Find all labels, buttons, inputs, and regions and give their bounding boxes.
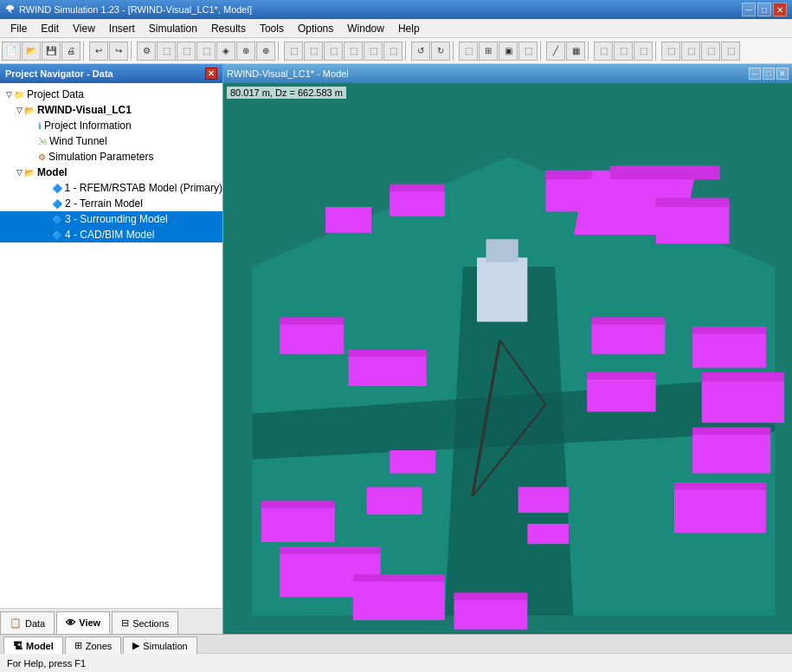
- expand-icon: ▽: [3, 90, 14, 99]
- tb29[interactable]: ⬚: [701, 42, 720, 61]
- tb6[interactable]: ⬚: [196, 42, 216, 61]
- save-button[interactable]: 💾: [42, 42, 61, 61]
- sep8: [655, 42, 659, 61]
- menu-edit[interactable]: Edit: [34, 21, 66, 36]
- svg-rect-12: [280, 322, 344, 354]
- close-button[interactable]: ✕: [773, 3, 787, 16]
- tb14[interactable]: ⬚: [364, 42, 383, 61]
- tb23[interactable]: ▦: [566, 42, 585, 61]
- svg-rect-9: [656, 198, 730, 208]
- inner-minimize[interactable]: ─: [749, 68, 761, 80]
- status-tab-simulation[interactable]: ▶ Simulation: [123, 636, 196, 654]
- new-button[interactable]: 📄: [2, 42, 21, 61]
- svg-rect-6: [545, 175, 591, 211]
- tree-model[interactable]: ▽ 📂 Model: [0, 165, 222, 180]
- tb13[interactable]: ⬚: [344, 42, 363, 61]
- svg-rect-34: [349, 349, 427, 356]
- tb17[interactable]: ↻: [431, 42, 450, 61]
- tree-project-name[interactable]: ▽ 📂 RWIND-Visual_LC1: [0, 102, 222, 118]
- svg-rect-10: [477, 257, 527, 321]
- menu-file[interactable]: File: [3, 21, 34, 36]
- tab-data[interactable]: 📋 Data: [0, 611, 55, 634]
- title-bar: 🌪 RWIND Simulation 1.23 - [RWIND-Visual_…: [0, 0, 792, 19]
- svg-rect-7: [545, 171, 591, 180]
- nav-close-button[interactable]: ✕: [205, 68, 217, 80]
- tree-surrounding[interactable]: 🔷 3 - Surrounding Model: [0, 211, 222, 227]
- tb21[interactable]: ⬚: [518, 42, 538, 61]
- tb26[interactable]: ⬚: [634, 42, 653, 61]
- sep5: [453, 42, 456, 61]
- tree-rfem[interactable]: 🔷 1 - RFEM/RSTAB Model (Primary): [0, 180, 222, 196]
- tree-info-label: Project Information: [44, 120, 132, 132]
- svg-rect-45: [367, 487, 422, 514]
- nav-panel: Project Navigator - Data ✕ ▽ 📁 Project D…: [0, 64, 223, 634]
- tree-rfem-label: 1 - RFEM/RSTAB Model (Primary): [65, 182, 222, 194]
- status-tab-simulation-label: Simulation: [143, 641, 187, 651]
- maximize-button[interactable]: □: [757, 3, 771, 16]
- tb11[interactable]: ⬚: [304, 42, 323, 61]
- tree-model-label: Model: [37, 166, 68, 178]
- redo-button[interactable]: ↪: [109, 42, 128, 61]
- tb4[interactable]: ⬚: [157, 42, 176, 61]
- tree-cadbim-label: 4 - CAD/BIM Model: [65, 229, 154, 241]
- minimize-button[interactable]: ─: [742, 3, 756, 16]
- inner-maximize[interactable]: □: [763, 68, 775, 80]
- tree-sim-params[interactable]: ⚙ Simulation Parameters: [0, 149, 222, 165]
- menu-simulation[interactable]: Simulation: [142, 21, 204, 36]
- tb12[interactable]: ⬚: [324, 42, 343, 61]
- menu-window[interactable]: Window: [340, 21, 391, 36]
- viewport[interactable]: 80.017 m, Dz = 662.583 m: [223, 83, 792, 634]
- tb15[interactable]: ⬚: [383, 42, 402, 61]
- svg-rect-8: [656, 203, 730, 244]
- tb3[interactable]: ⚙: [137, 42, 156, 61]
- status-tab-model[interactable]: 🏗 Model: [3, 636, 63, 654]
- menu-help[interactable]: Help: [391, 21, 427, 36]
- tb22[interactable]: ╱: [546, 42, 565, 61]
- menu-results[interactable]: Results: [204, 21, 253, 36]
- tree-wind-tunnel[interactable]: 🌬 Wind Tunnel: [0, 133, 222, 149]
- tb7[interactable]: ◈: [216, 42, 235, 61]
- menu-tools[interactable]: Tools: [253, 21, 291, 36]
- tree-terrain[interactable]: 🔷 2 - Terrain Model: [0, 196, 222, 211]
- tb18[interactable]: ⬚: [459, 42, 478, 61]
- tb16[interactable]: ↺: [411, 42, 430, 61]
- print-button[interactable]: 🖨: [61, 42, 80, 61]
- tb20[interactable]: ▣: [499, 42, 518, 61]
- svg-rect-44: [390, 450, 435, 474]
- info-icon: ℹ: [38, 121, 42, 131]
- tab-data-label: Data: [25, 618, 45, 629]
- tb9[interactable]: ⊕: [256, 42, 275, 61]
- tree-project-name-label: RWIND-Visual_LC1: [37, 104, 132, 116]
- title-label: RWIND Simulation 1.23 - [RWIND-Visual_LC…: [19, 4, 252, 15]
- svg-rect-20: [454, 598, 527, 630]
- sim-icon: ⚙: [38, 152, 46, 162]
- tb24[interactable]: ⬚: [594, 42, 613, 61]
- menu-options[interactable]: Options: [291, 21, 340, 36]
- svg-rect-22: [692, 331, 766, 367]
- tb19[interactable]: ⊞: [479, 42, 498, 61]
- menu-insert[interactable]: Insert: [102, 21, 142, 36]
- tb30[interactable]: ⬚: [721, 42, 740, 61]
- tree-project-data[interactable]: ▽ 📁 Project Data: [0, 87, 222, 102]
- undo-button[interactable]: ↩: [89, 42, 108, 61]
- status-tab-model-label: Model: [26, 641, 54, 651]
- menu-view[interactable]: View: [66, 21, 102, 36]
- tb10[interactable]: ⬚: [284, 42, 303, 61]
- tab-view[interactable]: 👁 View: [56, 611, 110, 634]
- tab-sections[interactable]: ⊟ Sections: [112, 611, 178, 634]
- svg-rect-15: [261, 501, 335, 507]
- data-tab-icon: 📋: [10, 617, 22, 629]
- tree-project-info[interactable]: ℹ Project Information: [0, 118, 222, 133]
- tree-cadbim[interactable]: 🔷 4 - CAD/BIM Model: [0, 227, 222, 242]
- tb5[interactable]: ⬚: [177, 42, 196, 61]
- surrounding-icon: 🔷: [52, 215, 62, 224]
- tb25[interactable]: ⬚: [614, 42, 633, 61]
- open-button[interactable]: 📂: [22, 42, 41, 61]
- tb27[interactable]: ⬚: [661, 42, 680, 61]
- inner-close[interactable]: ✕: [776, 68, 789, 80]
- tb8[interactable]: ⊕: [236, 42, 255, 61]
- app-icon: 🌪: [5, 3, 16, 16]
- status-tab-zones[interactable]: ⊞ Zones: [65, 636, 122, 654]
- exp3: ▽: [14, 168, 24, 177]
- tb28[interactable]: ⬚: [681, 42, 700, 61]
